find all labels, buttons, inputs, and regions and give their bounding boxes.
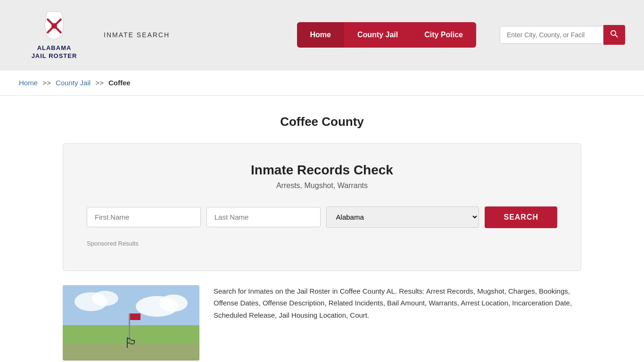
svg-rect-13	[129, 313, 130, 342]
records-form: Alabama Alaska Arizona Arkansas Californ…	[87, 206, 557, 228]
svg-point-10	[92, 291, 118, 306]
breadcrumb-sep2: >>	[95, 79, 104, 87]
breadcrumb-sep1: >>	[42, 79, 51, 87]
first-name-input[interactable]	[87, 207, 201, 227]
state-select[interactable]: Alabama Alaska Arizona Arkansas Californ…	[326, 206, 479, 228]
records-box-title: Inmate Records Check	[87, 163, 557, 178]
header-search-button[interactable]	[603, 25, 625, 45]
logo-text: ALABAMA JAIL ROSTER	[32, 44, 77, 60]
records-check-box: Inmate Records Check Arrests, Mugshot, W…	[63, 143, 581, 271]
svg-line-5	[615, 35, 618, 37]
page-title: Coffee County	[19, 115, 625, 129]
records-search-button[interactable]: SEARCH	[485, 206, 557, 228]
inmate-search-label: INMATE SEARCH	[104, 31, 170, 39]
logo-icon	[38, 9, 71, 42]
svg-point-12	[159, 295, 188, 312]
nav-buttons: Home County Jail City Police	[297, 22, 477, 48]
svg-point-4	[611, 31, 616, 35]
sponsored-results-label: Sponsored Results	[87, 240, 557, 247]
description-text: Search for Inmates on the Jail Roster in…	[214, 285, 581, 361]
last-name-input[interactable]	[206, 207, 321, 227]
breadcrumb-county-jail-link[interactable]: County Jail	[56, 79, 91, 87]
main-content: Coffee County Inmate Records Check Arres…	[0, 96, 644, 362]
header-search-area	[500, 25, 625, 45]
site-header: ALABAMA JAIL ROSTER INMATE SEARCH Home C…	[0, 0, 644, 70]
breadcrumb-home-link[interactable]: Home	[19, 79, 38, 87]
svg-point-3	[51, 23, 57, 29]
svg-rect-7	[63, 325, 199, 344]
nav-home-button[interactable]: Home	[297, 22, 344, 48]
header-search-input[interactable]	[500, 26, 603, 44]
records-box-subtitle: Arrests, Mugshot, Warrants	[87, 181, 557, 190]
nav-county-jail-button[interactable]: County Jail	[344, 22, 411, 48]
description-section: Search for Inmates on the Jail Roster in…	[63, 285, 581, 362]
breadcrumb-current: Coffee	[108, 79, 131, 87]
logo-area: ALABAMA JAIL ROSTER	[19, 9, 90, 60]
nav-city-police-button[interactable]: City Police	[411, 22, 476, 48]
description-image	[63, 285, 199, 361]
svg-rect-14	[130, 313, 140, 320]
svg-rect-8	[63, 344, 199, 361]
breadcrumb: Home >> County Jail >> Coffee	[0, 70, 644, 96]
